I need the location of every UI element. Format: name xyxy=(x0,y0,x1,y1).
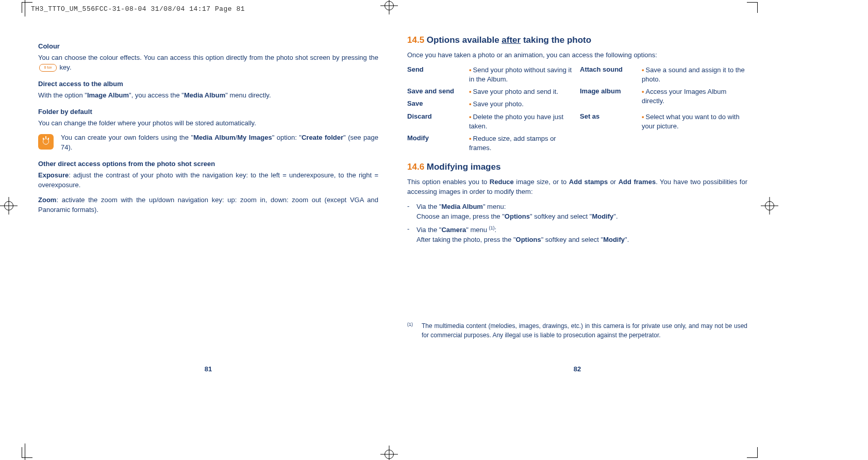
lightbulb-icon xyxy=(38,134,54,150)
footnote-mark: (1) xyxy=(407,321,414,340)
crop-mark xyxy=(22,447,32,458)
tip-callout: You can create your own folders using th… xyxy=(38,133,378,153)
print-header: TH3_TTTO_UM_556FCC-31-08-04 31/08/04 14:… xyxy=(31,5,245,13)
option-label: Modify xyxy=(407,134,464,153)
heading-direct-access: Direct access to the album xyxy=(38,80,378,88)
paragraph: Once you have taken a photo or an animat… xyxy=(407,51,747,60)
page-82: 14.5 Options available after taking the … xyxy=(407,35,747,248)
footnote: (1) The multimedia content (melodies, im… xyxy=(407,321,747,340)
option-desc: •Save your photo and send it. xyxy=(469,87,575,96)
option-label: Attach sound xyxy=(580,65,637,84)
option-desc: •Save your photo. xyxy=(469,100,575,109)
option-desc: •Delete the photo you have just taken. xyxy=(469,112,575,131)
crop-mark xyxy=(747,2,758,13)
heading-14-5: 14.5 Options available after taking the … xyxy=(407,35,747,45)
list-item: - Via the "Camera" menu (1): After takin… xyxy=(407,225,747,245)
registration-mark xyxy=(383,449,395,460)
paragraph: With the option "Image Album", you acces… xyxy=(38,91,378,101)
option-label: Send xyxy=(407,65,464,84)
option-label: Image album xyxy=(580,87,637,109)
heading-folder-default: Folder by default xyxy=(38,108,378,116)
page-81: Colour You can choose the colour effects… xyxy=(38,35,378,220)
registration-mark xyxy=(3,200,14,211)
footnote-text: The multimedia content (melodies, images… xyxy=(422,321,747,340)
paragraph: This option enables you to Reduce image … xyxy=(407,177,747,197)
options-grid: Send •Send your photo without saving it … xyxy=(407,65,747,153)
option-desc: •Reduce size, add stamps or frames. xyxy=(469,134,575,153)
paragraph: Zoom: activate the zoom with the up/down… xyxy=(38,195,378,215)
option-desc: •Save a sound and assign it to the photo… xyxy=(642,65,747,84)
crop-mark xyxy=(22,2,32,13)
option-label: Discard xyxy=(407,112,464,131)
option-label: Save xyxy=(407,100,464,109)
registration-mark xyxy=(383,0,395,11)
paragraph: You can choose the colour effects. You c… xyxy=(38,53,378,73)
heading-14-6: 14.6 Modifying images xyxy=(407,162,747,172)
paragraph: You can change the folder where your pho… xyxy=(38,119,378,128)
option-desc: •Send your photo without saving it in th… xyxy=(469,65,575,84)
option-label: Set as xyxy=(580,112,637,131)
heading-other-options: Other direct access options from the pho… xyxy=(38,160,378,168)
crop-mark xyxy=(747,447,758,458)
option-desc: •Select what you want to do with your pi… xyxy=(642,112,747,131)
option-desc: •Access your Images Album directly. xyxy=(642,87,747,109)
key-icon: 8 tuv xyxy=(39,64,57,72)
heading-colour: Colour xyxy=(38,42,378,50)
registration-mark xyxy=(764,200,775,211)
tip-text: You can create your own folders using th… xyxy=(61,133,378,153)
option-label: Save and send xyxy=(407,87,464,96)
list-item: - Via the "Media Album" menu: Choose an … xyxy=(407,202,747,222)
paragraph: Exposure: adjust the contrast of your ph… xyxy=(38,171,378,190)
